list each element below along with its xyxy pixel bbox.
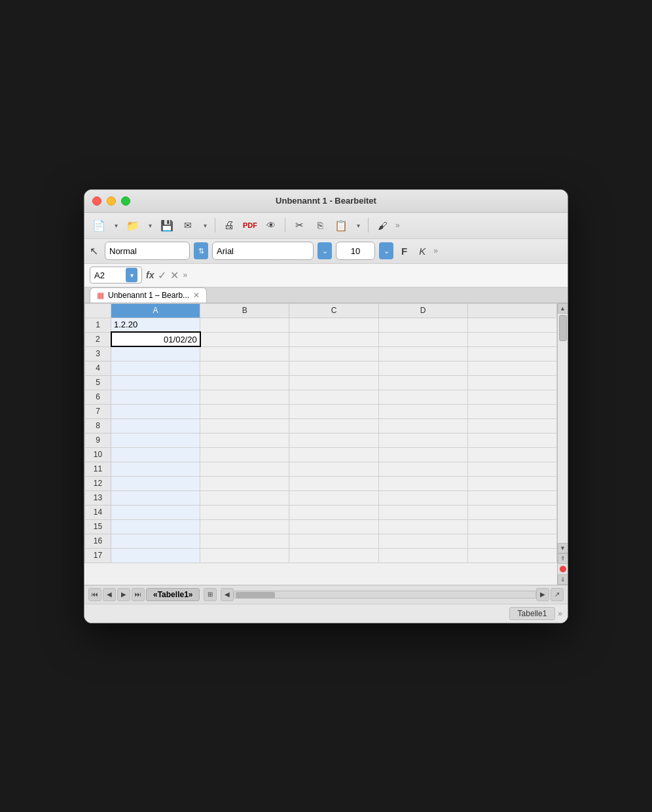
- cell-a16[interactable]: [111, 534, 200, 548]
- cell-e5[interactable]: [467, 375, 556, 390]
- cell-b5[interactable]: [200, 375, 289, 390]
- cell-b10[interactable]: [200, 447, 289, 462]
- cell-b14[interactable]: [200, 505, 289, 519]
- nav-prev-button[interactable]: ◀: [103, 588, 116, 601]
- h-scroll-right[interactable]: ▶: [536, 588, 549, 601]
- cell-c3[interactable]: [289, 346, 378, 361]
- cell-e16[interactable]: [467, 534, 556, 548]
- nav-next-button[interactable]: ▶: [117, 588, 130, 601]
- preview-button[interactable]: 👁: [262, 216, 280, 234]
- cell-d2[interactable]: [378, 332, 467, 346]
- col-header-c[interactable]: C: [289, 303, 378, 318]
- cell-e10[interactable]: [467, 447, 556, 462]
- cell-a15[interactable]: [111, 519, 200, 534]
- cell-d12[interactable]: [378, 476, 467, 490]
- copy-button[interactable]: ⎘: [311, 216, 329, 234]
- cell-a14[interactable]: [111, 505, 200, 519]
- cell-d6[interactable]: [378, 390, 467, 404]
- cell-c5[interactable]: [289, 375, 378, 390]
- format-more[interactable]: »: [433, 246, 438, 255]
- cell-c12[interactable]: [289, 476, 378, 490]
- cell-e12[interactable]: [467, 476, 556, 490]
- minimize-button[interactable]: [107, 196, 116, 206]
- cell-b7[interactable]: [200, 404, 289, 418]
- cell-c10[interactable]: [289, 447, 378, 462]
- cell-c15[interactable]: [289, 519, 378, 534]
- cell-a7[interactable]: [111, 404, 200, 418]
- grid-view-button[interactable]: ⊞: [204, 588, 217, 601]
- open-dropdown-button[interactable]: ▾: [145, 216, 155, 234]
- cell-c17[interactable]: [289, 548, 378, 563]
- cell-c8[interactable]: [289, 418, 378, 433]
- scroll-down-arrow[interactable]: ▼: [558, 543, 568, 553]
- cell-d7[interactable]: [378, 404, 467, 418]
- formula-cancel[interactable]: ✕: [170, 269, 179, 282]
- nav-last-button[interactable]: ⏭: [132, 588, 145, 601]
- cell-e15[interactable]: [467, 519, 556, 534]
- cell-a13[interactable]: [111, 490, 200, 505]
- cell-b16[interactable]: [200, 534, 289, 548]
- cell-c6[interactable]: [289, 390, 378, 404]
- email-button[interactable]: ✉: [179, 216, 197, 234]
- font-dropdown[interactable]: Arial: [212, 242, 314, 260]
- col-header-b[interactable]: B: [200, 303, 289, 318]
- cell-b12[interactable]: [200, 476, 289, 490]
- cell-d9[interactable]: [378, 433, 467, 447]
- cell-c13[interactable]: [289, 490, 378, 505]
- print-button[interactable]: 🖨: [220, 216, 238, 234]
- cell-d1[interactable]: [378, 318, 467, 332]
- style-dropdown[interactable]: Normal: [105, 242, 190, 260]
- cell-e7[interactable]: [467, 404, 556, 418]
- cell-a1[interactable]: 1.2.20: [111, 318, 200, 332]
- cell-b4[interactable]: [200, 361, 289, 375]
- cell-c11[interactable]: [289, 462, 378, 476]
- scroll-fast-up[interactable]: ⇑: [558, 553, 568, 564]
- pdf-button[interactable]: PDF: [241, 216, 259, 234]
- new-button[interactable]: 📄: [90, 216, 108, 234]
- cell-e2[interactable]: [467, 332, 556, 346]
- cell-c4[interactable]: [289, 361, 378, 375]
- style-dropdown-button[interactable]: ⇅: [194, 242, 208, 259]
- cell-c9[interactable]: [289, 433, 378, 447]
- scroll-thumb[interactable]: [559, 315, 567, 341]
- cell-d3[interactable]: [378, 346, 467, 361]
- cell-ref-dropdown[interactable]: ▾: [126, 268, 137, 282]
- cell-b11[interactable]: [200, 462, 289, 476]
- cell-c2[interactable]: [289, 332, 378, 346]
- paste-dropdown-button[interactable]: ▾: [353, 216, 363, 234]
- paste-button[interactable]: 📋: [332, 216, 350, 234]
- cell-d17[interactable]: [378, 548, 467, 563]
- sheet-tab-close[interactable]: ✕: [193, 291, 200, 300]
- col-header-a[interactable]: A: [111, 303, 200, 318]
- italic-button[interactable]: K: [415, 244, 429, 258]
- cell-b13[interactable]: [200, 490, 289, 505]
- paint-button[interactable]: 🖌: [373, 216, 391, 234]
- cell-e17[interactable]: [467, 548, 556, 563]
- nav-first-button[interactable]: ⏮: [88, 588, 101, 601]
- cell-e4[interactable]: [467, 361, 556, 375]
- cell-a5[interactable]: [111, 375, 200, 390]
- scroll-up-arrow[interactable]: ▲: [558, 303, 568, 314]
- cell-b6[interactable]: [200, 390, 289, 404]
- save-button[interactable]: 💾: [158, 216, 176, 234]
- cell-a8[interactable]: [111, 418, 200, 433]
- cut-button[interactable]: ✂: [290, 216, 308, 234]
- active-sheet-tab[interactable]: «Tabelle1»: [146, 588, 200, 601]
- cell-d10[interactable]: [378, 447, 467, 462]
- cell-e6[interactable]: [467, 390, 556, 404]
- cell-e11[interactable]: [467, 462, 556, 476]
- font-dropdown-button[interactable]: ⌄: [317, 242, 332, 259]
- cell-b1[interactable]: [200, 318, 289, 332]
- scroll-fast-down[interactable]: ⇓: [558, 574, 568, 585]
- size-dropdown-button[interactable]: ⌄: [379, 242, 393, 259]
- open-button[interactable]: 📁: [124, 216, 142, 234]
- h-scroll-thumb[interactable]: [236, 592, 275, 599]
- cell-d13[interactable]: [378, 490, 467, 505]
- cell-b2[interactable]: [200, 332, 289, 346]
- bold-button[interactable]: F: [397, 244, 411, 258]
- cell-e14[interactable]: [467, 505, 556, 519]
- close-button[interactable]: [92, 196, 101, 206]
- cell-e3[interactable]: [467, 346, 556, 361]
- cell-c7[interactable]: [289, 404, 378, 418]
- cell-a2[interactable]: 01/02/20: [111, 332, 200, 346]
